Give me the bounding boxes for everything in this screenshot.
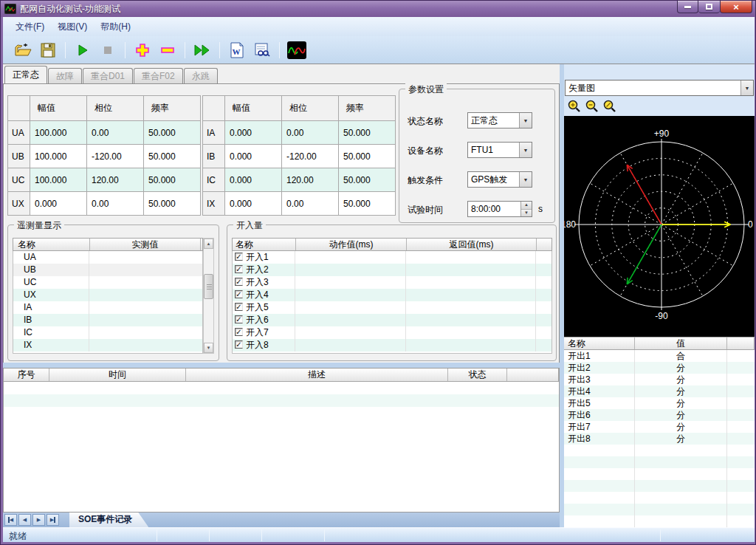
spin-down-icon[interactable]: ▼	[521, 210, 532, 217]
nav-next-button[interactable]: ▶	[32, 514, 45, 526]
column-header[interactable]: 状态	[448, 369, 507, 381]
value-cell[interactable]: 50.000	[144, 145, 201, 168]
view-selector[interactable]: 矢量图 ▼	[565, 80, 754, 96]
nav-first-button[interactable]: ◀	[4, 514, 17, 526]
value-cell[interactable]: 50.000	[144, 121, 201, 145]
value-cell[interactable]: -120.00	[282, 145, 339, 168]
telemetry-row[interactable]: IB	[13, 314, 202, 326]
add-state-button[interactable]	[132, 40, 153, 61]
scroll-down-button[interactable]: ▼	[204, 343, 213, 353]
chevron-down-icon[interactable]: ▼	[519, 172, 532, 187]
maximize-button[interactable]	[698, 1, 720, 13]
telemetry-row[interactable]: UA	[13, 251, 202, 264]
value-cell[interactable]: 100.000	[30, 168, 87, 192]
value-cell[interactable]: 0.000	[30, 192, 87, 216]
minimize-button[interactable]	[677, 1, 698, 13]
checkbox-checked[interactable]: ✓	[235, 303, 243, 311]
value-cell[interactable]: -120.00	[87, 145, 144, 168]
menu-help[interactable]: 帮助(H)	[94, 17, 137, 36]
column-header[interactable]: 值	[635, 337, 727, 349]
column-header[interactable]: 名称	[13, 239, 90, 250]
digital-input-row[interactable]: ✓开入1	[233, 251, 551, 264]
digital-input-row[interactable]: ✓开入5	[233, 301, 551, 314]
value-cell[interactable]: 0.00	[282, 121, 339, 145]
state-tab-1[interactable]: 正常态	[4, 66, 47, 83]
value-cell[interactable]: 0.00	[87, 192, 144, 216]
checkbox-checked[interactable]: ✓	[235, 265, 243, 273]
state-tab-5[interactable]: 永跳	[184, 68, 218, 83]
digital-input-row[interactable]: ✓开入3	[233, 276, 551, 289]
tab-soe-events[interactable]: SOE事件记录	[69, 513, 148, 527]
checkbox-checked[interactable]: ✓	[235, 278, 243, 286]
zoom-in-button[interactable]	[567, 99, 585, 114]
column-header[interactable]: 时间	[49, 369, 186, 381]
param-select-2[interactable]: FTU1▼	[467, 142, 532, 158]
state-tab-2[interactable]: 故障	[48, 68, 82, 83]
scroll-thumb[interactable]	[204, 274, 213, 299]
column-header[interactable]: 描述	[186, 369, 448, 381]
chevron-down-icon[interactable]: ▼	[519, 113, 532, 128]
column-header[interactable]: 名称	[233, 239, 296, 250]
telemetry-row[interactable]: UX	[13, 289, 202, 301]
checkbox-checked[interactable]: ✓	[235, 290, 243, 298]
report-preview-button[interactable]	[252, 40, 272, 61]
value-cell[interactable]: 0.00	[87, 121, 144, 145]
column-header[interactable]: 名称	[564, 337, 635, 349]
value-cell[interactable]: 50.000	[144, 168, 201, 192]
telemetry-row[interactable]: IA	[13, 301, 202, 314]
save-file-button[interactable]	[38, 40, 58, 61]
word-report-button[interactable]: W	[227, 40, 247, 61]
nav-previous-button[interactable]: ◀	[18, 514, 31, 526]
value-cell[interactable]: 0.000	[225, 145, 282, 168]
checkbox-checked[interactable]: ✓	[235, 315, 243, 323]
digital-input-row[interactable]: ✓开入4	[233, 289, 551, 301]
open-file-button[interactable]	[13, 40, 33, 61]
state-tab-4[interactable]: 重合F02	[134, 68, 183, 83]
zoom-reset-button[interactable]	[602, 99, 620, 114]
digital-input-row[interactable]: ✓开入2	[233, 264, 551, 276]
telemetry-row[interactable]: UC	[13, 276, 202, 289]
value-cell[interactable]: 50.000	[339, 145, 396, 168]
digital-input-row[interactable]: ✓开入6	[233, 314, 551, 326]
checkbox-checked[interactable]: ✓	[235, 253, 243, 261]
digital-input-row[interactable]: ✓开入7	[233, 326, 551, 339]
remove-state-button[interactable]	[157, 40, 178, 61]
column-header[interactable]: 返回值(ms)	[407, 239, 537, 250]
telemetry-row[interactable]: IC	[13, 326, 202, 339]
close-button[interactable]: ×	[720, 1, 752, 13]
stop-test-button[interactable]	[97, 40, 118, 61]
checkbox-checked[interactable]: ✓	[235, 328, 243, 336]
digital-input-row[interactable]: ✓开入8	[233, 339, 551, 352]
nav-last-button[interactable]: ▶	[47, 514, 59, 526]
menu-view[interactable]: 视图(V)	[51, 17, 94, 36]
chevron-down-icon[interactable]: ▼	[519, 143, 532, 157]
run-test-button[interactable]	[72, 40, 93, 61]
checkbox-checked[interactable]: ✓	[235, 340, 243, 349]
column-header[interactable]: 序号	[4, 369, 49, 381]
state-tab-3[interactable]: 重合D01	[83, 68, 133, 83]
test-time-spinner[interactable]: 8:00:00▲▼	[467, 201, 532, 217]
value-cell[interactable]: 0.000	[225, 121, 282, 145]
scroll-up-button[interactable]: ▲	[204, 239, 213, 249]
spin-up-icon[interactable]: ▲	[521, 202, 532, 210]
telemetry-scrollbar[interactable]: ▲ ▼	[203, 238, 214, 354]
column-header[interactable]: 动作值(ms)	[296, 239, 407, 250]
waveform-view-button[interactable]	[286, 40, 307, 61]
value-cell[interactable]: 0.000	[225, 192, 282, 216]
zoom-out-button[interactable]	[585, 99, 602, 114]
chevron-down-icon[interactable]: ▼	[740, 80, 753, 95]
value-cell[interactable]: 0.00	[282, 192, 339, 216]
value-cell[interactable]: 0.000	[225, 168, 282, 192]
menu-file[interactable]: 文件(F)	[9, 17, 51, 36]
value-cell[interactable]: 100.000	[30, 145, 87, 168]
run-all-button[interactable]	[192, 40, 213, 61]
telemetry-row[interactable]: IX	[13, 339, 202, 352]
value-cell[interactable]: 100.000	[30, 121, 87, 145]
telemetry-row[interactable]: UB	[13, 264, 202, 276]
value-cell[interactable]: 50.000	[144, 192, 201, 216]
value-cell[interactable]: 120.00	[87, 168, 144, 192]
value-cell[interactable]: 50.000	[339, 121, 396, 145]
value-cell[interactable]: 50.000	[339, 192, 396, 216]
column-header[interactable]: 实测值	[90, 239, 201, 250]
param-select-1[interactable]: 正常态▼	[467, 112, 532, 128]
